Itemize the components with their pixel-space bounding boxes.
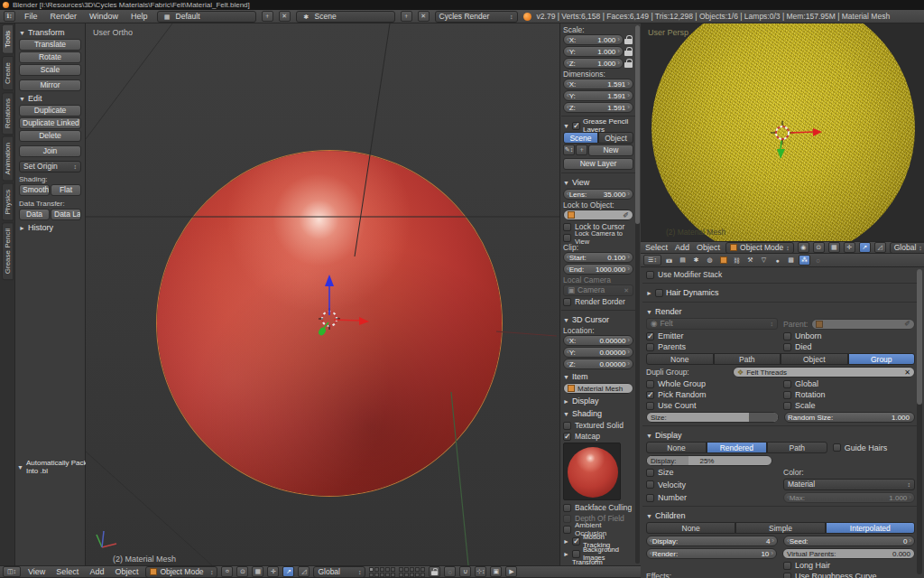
display-mode-none[interactable]: None: [646, 442, 707, 453]
menu-add[interactable]: Add: [86, 567, 107, 576]
guide-hairs-checkbox[interactable]: [833, 443, 841, 452]
scene-tab-icon[interactable]: ✱: [690, 255, 702, 266]
panel-edit[interactable]: ▼Edit: [19, 92, 81, 105]
velocity-checkbox[interactable]: [646, 480, 654, 489]
unborn-checkbox[interactable]: [783, 332, 791, 340]
set-origin-dropdown[interactable]: Set Origin↕: [19, 161, 81, 172]
textured-solid-row[interactable]: Textured Solid: [563, 420, 633, 431]
render-mode-path[interactable]: Path: [714, 353, 781, 365]
matcap-checkbox[interactable]: [563, 433, 571, 441]
lock-camera-checkbox[interactable]: [563, 234, 571, 242]
children-display-field[interactable]: ‹Display:4›: [646, 536, 778, 546]
object-tab-icon[interactable]: [717, 255, 729, 266]
menu-select[interactable]: Select: [52, 567, 82, 576]
mode-selector[interactable]: Object Mode↕: [725, 242, 794, 254]
render-mode-object[interactable]: Object: [781, 353, 848, 365]
tab-tools[interactable]: Tools: [2, 24, 14, 54]
flat-button[interactable]: Flat: [51, 184, 81, 196]
smooth-button[interactable]: Smooth: [19, 184, 50, 196]
menu-object[interactable]: Object: [111, 567, 142, 576]
lock-icon[interactable]: [624, 35, 633, 45]
panel-3d-cursor[interactable]: ▼3D Cursor: [563, 313, 633, 326]
menu-add[interactable]: Add: [673, 243, 691, 252]
color-source-selector[interactable]: Material↕: [783, 479, 915, 490]
children-mode-interpolated[interactable]: Interpolated: [826, 522, 915, 534]
menu-file[interactable]: File: [21, 12, 42, 21]
lock-icon[interactable]: [624, 47, 633, 57]
gp-new-layer-button[interactable]: New Layer: [563, 158, 633, 170]
display-mode-path[interactable]: Path: [767, 442, 827, 453]
lock-to-object-field[interactable]: ✐: [563, 210, 633, 220]
render-border-checkbox[interactable]: [563, 298, 571, 306]
random-size-slider[interactable]: Random Size:1.000: [784, 412, 915, 423]
render-opengl-anim-icon[interactable]: ▶︎: [505, 566, 517, 577]
gp-pen-icon[interactable]: ✎↕: [563, 144, 575, 155]
matcap-row[interactable]: Matcap: [563, 431, 633, 442]
pick-random-checkbox[interactable]: [646, 391, 654, 399]
whole-group-checkbox[interactable]: [646, 380, 654, 388]
lock-to-cursor-checkbox[interactable]: [563, 223, 571, 231]
editor-type-icon[interactable]: ☰↕: [643, 255, 661, 266]
panel-hair-dynamics[interactable]: ►Hair Dynamics: [646, 286, 915, 299]
panel-item[interactable]: ▼Item: [563, 370, 633, 383]
close-scene-button[interactable]: ✕: [418, 11, 430, 22]
hair-dynamics-checkbox[interactable]: [655, 289, 663, 297]
editor-type-icon[interactable]: ℹ↕: [4, 11, 15, 22]
backface-row[interactable]: Backface Culling: [563, 502, 633, 513]
duplicate-button[interactable]: Duplicate: [19, 105, 81, 117]
scale-button[interactable]: Scale: [19, 64, 81, 76]
physics-tab-icon[interactable]: ◌: [812, 255, 824, 266]
properties-scrollbar[interactable]: [917, 269, 922, 574]
use-modifier-stack-row[interactable]: Use Modifier Stack: [646, 269, 915, 280]
size-display-checkbox[interactable]: [646, 469, 654, 477]
matcap-preview[interactable]: [563, 443, 621, 500]
panel-children[interactable]: ▼Children: [646, 509, 915, 522]
gp-new-button[interactable]: New: [588, 144, 633, 156]
rotate-button[interactable]: Rotate: [19, 51, 81, 63]
panel-display[interactable]: ►Display: [563, 395, 633, 407]
orientation-selector[interactable]: Global↕: [890, 242, 924, 254]
scale-manipulator-icon[interactable]: ◿: [298, 566, 310, 577]
snap-element-icon[interactable]: ⊹↕: [475, 566, 486, 577]
tab-grease-pencil[interactable]: Grease Pencil: [2, 222, 14, 280]
rotate-manipulator-icon[interactable]: ↗: [859, 242, 871, 253]
proportional-edit-icon[interactable]: ◌: [444, 566, 456, 577]
manipulator-toggle-icon[interactable]: ▦: [828, 242, 840, 253]
join-button[interactable]: Join: [19, 145, 81, 157]
orientation-selector[interactable]: Global↕: [313, 566, 365, 578]
tab-animation[interactable]: Animation: [2, 136, 14, 182]
layer-buttons-2[interactable]: [399, 567, 425, 577]
rotate-manipulator-icon[interactable]: ↗: [282, 566, 294, 577]
constraints-tab-icon[interactable]: ⛓︎: [731, 255, 743, 266]
tab-physics[interactable]: Physics: [2, 183, 14, 221]
mirror-button[interactable]: Mirror: [19, 79, 81, 91]
tab-relations[interactable]: Relations: [2, 92, 14, 135]
died-checkbox[interactable]: [783, 343, 791, 351]
world-tab-icon[interactable]: ◍: [704, 255, 716, 266]
long-hair-checkbox[interactable]: [783, 562, 791, 570]
global-checkbox[interactable]: [783, 380, 791, 388]
viewport-shading-icon[interactable]: ◉: [798, 242, 809, 253]
display-percentage-slider[interactable]: Display:25%: [646, 455, 772, 466]
menu-render[interactable]: Render: [47, 12, 81, 21]
gp-layers-checkbox[interactable]: [572, 122, 580, 130]
clear-icon[interactable]: ✕: [904, 368, 910, 377]
panel-history[interactable]: ►History: [19, 221, 81, 234]
max-field[interactable]: ‹Max:1.000›: [783, 492, 915, 503]
dof-checkbox[interactable]: [563, 515, 571, 523]
menu-select[interactable]: Select: [643, 243, 670, 252]
cursor-x-field[interactable]: ‹X:0.00000›: [563, 335, 633, 346]
roughness-curve-checkbox[interactable]: [783, 573, 791, 578]
panel-shading[interactable]: ▼Shading: [563, 407, 633, 420]
render-tab-icon[interactable]: 📷︎: [663, 255, 675, 266]
layer-buttons[interactable]: [369, 567, 395, 577]
lock-camera-row[interactable]: Lock Camera to View: [563, 232, 633, 243]
pivot-center-icon[interactable]: ⊙: [813, 242, 825, 253]
pivot-center-icon[interactable]: ⊙: [236, 566, 248, 577]
children-mode-none[interactable]: None: [646, 522, 735, 534]
data-button[interactable]: Data: [19, 209, 50, 220]
scene-selector[interactable]: ✱Scene: [296, 11, 395, 23]
scale-manipulator-icon[interactable]: ◿: [874, 242, 886, 253]
viewport-shading-icon[interactable]: ⚪︎: [221, 566, 233, 577]
close-layout-button[interactable]: ✕: [279, 11, 291, 22]
